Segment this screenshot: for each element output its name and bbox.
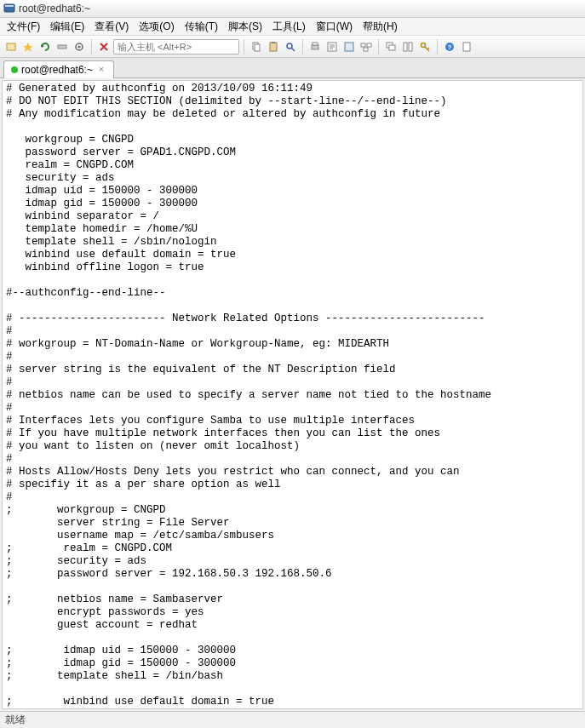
- svg-rect-16: [367, 43, 371, 47]
- statusbar: 就绪: [0, 711, 585, 728]
- tab-close-button[interactable]: ×: [96, 65, 106, 75]
- svg-rect-11: [312, 45, 318, 49]
- tb-tile-icon[interactable]: [400, 39, 416, 54]
- svg-rect-12: [313, 43, 318, 45]
- tb-print-icon[interactable]: [307, 39, 323, 54]
- tb-help-icon[interactable]: ?: [442, 39, 457, 54]
- svg-rect-15: [361, 43, 365, 47]
- tb-cascade-icon[interactable]: [383, 39, 399, 54]
- svg-point-5: [78, 45, 81, 48]
- status-dot-icon: [11, 66, 18, 73]
- menu-window[interactable]: 窗口(W): [311, 18, 358, 36]
- toolbar-separator: [244, 39, 244, 54]
- tb-key-icon[interactable]: [417, 39, 433, 54]
- menu-script[interactable]: 脚本(S): [223, 18, 267, 36]
- svg-point-22: [422, 43, 426, 47]
- tb-cancel-icon[interactable]: [96, 39, 112, 54]
- tb-paste-icon[interactable]: [266, 39, 281, 54]
- window-titlebar: root@redhat6:~: [0, 0, 585, 18]
- svg-rect-20: [404, 43, 407, 51]
- tb-connect-icon[interactable]: [3, 39, 19, 54]
- svg-rect-2: [7, 43, 15, 50]
- menu-tools[interactable]: 工具(L): [267, 18, 311, 36]
- app-icon: [3, 3, 15, 14]
- toolbar-separator: [91, 39, 92, 54]
- tabbar: root@redhat6:~ ×: [0, 58, 585, 78]
- menu-file[interactable]: 文件(F): [2, 18, 45, 36]
- tb-copy-icon[interactable]: [249, 39, 264, 54]
- terminal-content[interactable]: # Generated by authconfig on 2013/10/09 …: [2, 80, 583, 709]
- menu-help[interactable]: 帮助(H): [358, 18, 403, 36]
- svg-text:?: ?: [448, 43, 452, 51]
- tb-find-icon[interactable]: [283, 39, 298, 54]
- tb-logon-icon[interactable]: [341, 39, 357, 54]
- svg-rect-3: [58, 45, 66, 49]
- toolbar-separator: [302, 39, 303, 54]
- tb-disconnect-icon[interactable]: [54, 39, 70, 54]
- menu-transfer[interactable]: 传输(T): [180, 18, 223, 36]
- svg-rect-17: [364, 48, 368, 51]
- svg-rect-7: [255, 44, 260, 51]
- menu-view[interactable]: 查看(V): [89, 18, 134, 36]
- menu-options[interactable]: 选项(O): [134, 18, 179, 36]
- host-input[interactable]: [113, 39, 239, 54]
- svg-rect-25: [463, 43, 470, 51]
- tb-about-icon[interactable]: [459, 39, 474, 54]
- window-title: root@redhat6:~: [19, 3, 90, 14]
- status-text: 就绪: [5, 713, 26, 727]
- session-tab[interactable]: root@redhat6:~ ×: [3, 60, 114, 78]
- tb-properties-icon[interactable]: [324, 39, 340, 54]
- svg-rect-8: [270, 43, 277, 51]
- svg-rect-1: [5, 5, 14, 7]
- tb-reconnect-icon[interactable]: [37, 39, 53, 54]
- toolbar-separator: [378, 39, 379, 54]
- tb-settings-icon[interactable]: [72, 39, 87, 54]
- toolbar-separator: [437, 39, 438, 54]
- svg-rect-19: [389, 45, 395, 50]
- svg-point-10: [287, 43, 292, 49]
- svg-rect-9: [272, 42, 275, 43]
- svg-rect-21: [409, 43, 412, 51]
- tb-sessions-icon[interactable]: [358, 39, 374, 54]
- tb-quick-icon[interactable]: [20, 39, 36, 54]
- menubar: 文件(F) 编辑(E) 查看(V) 选项(O) 传输(T) 脚本(S) 工具(L…: [0, 18, 585, 36]
- toolbar: ?: [0, 36, 585, 58]
- menu-edit[interactable]: 编辑(E): [45, 18, 89, 36]
- tab-label: root@redhat6:~: [21, 64, 93, 76]
- svg-rect-14: [345, 43, 353, 51]
